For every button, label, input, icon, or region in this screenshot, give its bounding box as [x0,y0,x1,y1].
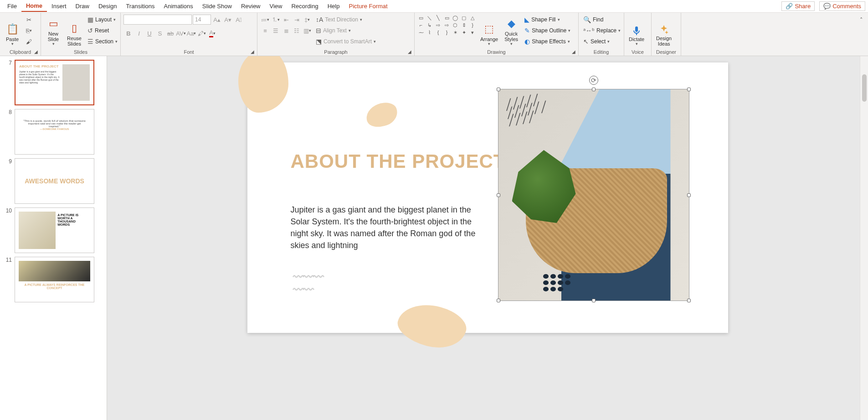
font-color-button[interactable]: A [207,28,217,38]
shape-curve[interactable]: ⁓ [417,29,425,36]
strike-button[interactable]: ab [165,28,175,38]
resize-handle-nw[interactable] [497,88,500,91]
tab-file[interactable]: File [3,1,21,11]
collapse-ribbon-button[interactable]: ˄ [856,15,866,25]
reset-button[interactable]: ↺Reset [86,26,119,36]
font-size-input[interactable] [193,15,211,25]
underline-button[interactable]: U [144,28,154,38]
slide-canvas[interactable]: 〰〰〰〰〰 ABOUT THE PROJECT Jupiter is a gas… [247,62,728,333]
tab-transitions[interactable]: Transitions [121,1,159,11]
resize-handle-sw[interactable] [497,299,500,302]
shape-outline-button[interactable]: ✎Shape Outline [523,26,572,36]
bold-button[interactable]: B [123,28,134,38]
text-direction-button[interactable]: ↕AText Direction [314,15,378,25]
share-button[interactable]: 🔗Share [781,1,815,11]
shapes-gallery[interactable]: ▭ ＼ ╲ ▭ ◯ ▢ △ ⌐ ↳ ⇨ ⇨ ⬡ ⇕ } ⁓ ⌇ { } ✶ ✦ [417,15,477,36]
thumbnail-slide[interactable]: A PICTURE ALWAYS REINFORCES THE CONCEPT [15,257,94,302]
resize-handle-n[interactable] [592,88,596,91]
align-right-button[interactable]: ≣ [281,26,291,36]
tab-home[interactable]: Home [21,0,47,12]
font-name-input[interactable] [123,15,192,25]
dictate-button[interactable]: Dictate [627,15,646,47]
shape-line[interactable]: ＼ [426,15,433,21]
resize-handle-se[interactable] [687,299,691,302]
select-button[interactable]: ↖Select [581,36,622,47]
thumbnail-slide[interactable]: ABOUT THE PROJECTJupiter is a gas giant … [15,60,94,105]
shape-more[interactable]: ▾ [469,29,476,36]
char-spacing-button[interactable]: AV [176,28,186,38]
comments-button[interactable]: 💬Comments [819,1,865,11]
shape-arrow[interactable]: ⇨ [435,22,442,28]
clipboard-launcher[interactable]: ◢ [34,49,40,55]
rotate-handle[interactable]: ⟳ [589,76,598,85]
increase-indent-button[interactable]: ⇥ [292,15,302,25]
tab-help[interactable]: Help [323,1,344,11]
shape-bracket[interactable]: { [435,29,442,36]
thumbnail-slide[interactable]: "This is a quote, words full of wisdom t… [15,109,94,155]
shape-updown[interactable]: ⇕ [460,22,467,28]
tab-insert[interactable]: Insert [47,1,71,11]
tab-draw[interactable]: Draw [71,1,94,11]
copy-button[interactable]: ⎘ [24,26,34,36]
convert-smartart-button[interactable]: ⬔Convert to SmartArt [314,36,378,47]
numbering-button[interactable]: ⒈ [271,15,281,25]
shape-elbowarrow[interactable]: ↳ [426,22,433,28]
design-ideas-button[interactable]: Design Ideas [654,15,673,47]
shape-freeform[interactable]: ⌇ [426,29,433,36]
resize-handle-w[interactable] [497,193,500,197]
shape-hexagon[interactable]: ⬡ [452,22,459,28]
shape-oval[interactable]: ◯ [452,15,459,21]
tab-slideshow[interactable]: Slide Show [198,1,236,11]
format-painter-button[interactable]: 🖌 [24,36,34,47]
paste-button[interactable]: 📋 Paste [3,15,22,47]
tab-design[interactable]: Design [94,1,121,11]
shape-elbow[interactable]: ⌐ [417,22,425,28]
selected-picture[interactable]: ╱╱╱╱╱╱╱╱╱╱╱╱╱╱╱ ⟳ [498,89,689,301]
cut-button[interactable]: ✂ [24,15,34,25]
shape-line2[interactable]: ╲ [435,15,442,21]
arrange-button[interactable]: ⬚ Arrange [478,15,500,47]
thumbnail-slide[interactable]: AWESOME WORDS [15,158,94,204]
clear-format-button[interactable]: A⃠ [234,15,244,25]
shape-triangle[interactable]: △ [469,15,476,21]
slide-heading[interactable]: ABOUT THE PROJECT [291,151,506,171]
new-slide-button[interactable]: ▭ New Slide [44,15,63,47]
decrease-indent-button[interactable]: ⇤ [281,15,291,25]
shape-arrow2[interactable]: ⇨ [443,22,451,28]
shape-bracket2[interactable]: } [443,29,451,36]
drawing-launcher[interactable]: ◢ [572,49,577,55]
thumbnail-slide[interactable]: A PICTURE IS WORTH A THOUSAND WORDS [15,207,94,253]
tab-animations[interactable]: Animations [159,1,198,11]
paragraph-launcher[interactable]: ◢ [408,49,413,55]
justify-button[interactable]: ☷ [292,26,302,36]
layout-button[interactable]: ▦Layout [86,15,119,25]
shape-brace[interactable]: } [469,22,476,28]
find-button[interactable]: 🔍Find [581,15,622,25]
shape-textbox[interactable]: ▭ [417,15,425,21]
tab-picture-format[interactable]: Picture Format [344,1,392,11]
columns-button[interactable]: ▥ [302,26,312,36]
shadow-button[interactable]: S [155,28,165,38]
slide-body-text[interactable]: Jupiter is a gas giant and the biggest p… [291,204,482,251]
replace-button[interactable]: ᵃ↔ᵇReplace [581,26,622,36]
shape-effects-button[interactable]: ◐Shape Effects [523,36,572,47]
tab-review[interactable]: Review [236,1,265,11]
shape-fill-button[interactable]: ◣Shape Fill [523,15,572,25]
align-center-button[interactable]: ☰ [271,26,281,36]
line-spacing-button[interactable]: ‡ [302,15,312,25]
shape-rect[interactable]: ▭ [443,15,451,21]
tab-view[interactable]: View [265,1,287,11]
highlight-button[interactable]: 🖍 [197,28,207,38]
change-case-button[interactable]: Aa [186,28,196,38]
shape-roundrect[interactable]: ▢ [460,15,467,21]
shape-star[interactable]: ✶ [452,29,459,36]
shape-plus[interactable]: ✦ [460,29,467,36]
section-button[interactable]: ☰Section [86,36,119,47]
font-launcher[interactable]: ◢ [251,49,256,55]
resize-handle-ne[interactable] [687,88,691,91]
quick-styles-button[interactable]: ◆ Quick Styles [502,15,521,47]
editor-vertical-scrollbar[interactable] [860,56,868,420]
align-text-button[interactable]: ⊟Align Text [314,26,378,36]
thumbnail-panel[interactable]: 7ABOUT THE PROJECTJupiter is a gas giant… [0,56,107,420]
reuse-slides-button[interactable]: ▯ Reuse Slides [65,15,84,47]
